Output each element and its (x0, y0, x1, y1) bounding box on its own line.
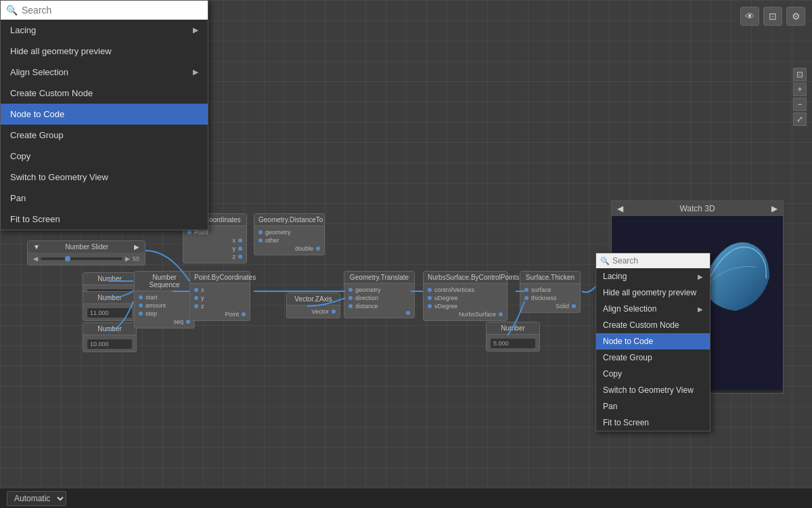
port-dot-geom-in (258, 230, 263, 234)
menu-item-create-custom-node[interactable]: Create Custom Node (1, 83, 208, 104)
number-node-2: Number 11.000 (83, 291, 137, 321)
small-menu-item-hide-geometry[interactable]: Hide all geometry preview (596, 284, 710, 301)
small-menu-item-fit-screen[interactable]: Fit to Screen (596, 415, 710, 431)
menu-item-fit-screen[interactable]: Fit to Screen (1, 209, 208, 230)
small-search-input[interactable] (612, 256, 706, 266)
small-search-box[interactable]: 🔍 (596, 253, 710, 268)
menu-item-create-group[interactable]: Create Group (1, 125, 208, 146)
small-menu-item-switch-geometry[interactable]: Switch to Geometry View (596, 382, 710, 398)
number-node-4-header: Number (487, 322, 539, 335)
point-coords-body: Point x y z (183, 226, 246, 263)
small-menu-item-node-to-code[interactable]: Node to Code (596, 333, 710, 350)
vector-zaxis-body: Vector (287, 305, 340, 318)
number-sequence-node: Number Sequence start amount step seq (134, 271, 195, 329)
port-dot-st-out (572, 304, 576, 308)
top-toolbar: 👁 ⊡ ⚙ (740, 7, 805, 26)
port-dot-ns-out (499, 312, 503, 316)
zoom-controls: ⊡ + − ⤢ (793, 68, 807, 126)
slider-thumb[interactable] (65, 256, 70, 261)
port-dot-gt-dist (348, 304, 353, 308)
port-y-out: y (187, 245, 242, 252)
number-node-3-header: Number (83, 323, 136, 335)
slider-left-arrow[interactable]: ◀ (33, 255, 38, 262)
small-menu-item-create-group[interactable]: Create Group (596, 350, 710, 366)
geometry-translate-body: geometry direction distance (344, 284, 414, 318)
zoom-fit-btn[interactable]: ⊡ (793, 68, 807, 81)
small-menu-item-create-custom-node[interactable]: Create Custom Node (596, 317, 710, 333)
watch3d-header: ◀ Watch 3D ▶ (612, 201, 783, 216)
nurbs-surface-header: NurbsSurface.ByControlPoints (424, 272, 507, 284)
port-step: step (139, 310, 190, 317)
watch3d-title: Watch 3D (679, 204, 715, 213)
status-bar: Automatic (0, 488, 812, 508)
small-menu-item-align-selection[interactable]: Align Selection ▶ (596, 301, 710, 317)
status-dropdown[interactable]: Automatic (7, 491, 66, 506)
port-pbz: z (194, 303, 246, 310)
port-seq-out: seq (139, 318, 190, 325)
small-menu-item-copy[interactable]: Copy (596, 366, 710, 382)
port-dot-gt-out (406, 311, 410, 315)
geometry-distance-body: geometry other double (254, 226, 324, 255)
port-geom-in: geometry (258, 229, 320, 236)
toolbar-preview-btn[interactable]: 👁 (740, 7, 759, 26)
port-ns-v: vDegree (428, 303, 503, 310)
geometry-distance-node: Geometry.DistanceTo geometry other doubl… (254, 213, 325, 255)
small-search-icon: 🔍 (600, 257, 610, 266)
port-dot-z-out (238, 255, 242, 259)
nurbs-surface-body: controlVertices uDegree vDegree NurbsSur… (424, 284, 507, 320)
slider-track[interactable] (41, 257, 122, 260)
port-st-out: Solid (524, 303, 576, 310)
geometry-translate-node: Geometry.Translate geometry direction di… (344, 271, 415, 318)
toolbar-settings-btn[interactable]: ⚙ (786, 7, 805, 26)
menu-item-hide-geometry[interactable]: Hide all geometry preview (1, 41, 208, 62)
point-bycoords-body: x y z Point (190, 284, 250, 320)
vector-zaxis-header: Vector.ZAxis (287, 293, 340, 305)
zoom-in-btn[interactable]: + (793, 83, 807, 96)
menu-item-copy[interactable]: Copy (1, 146, 208, 167)
toolbar-layout-btn[interactable]: ⊡ (763, 7, 782, 26)
port-dot-amount (139, 303, 143, 308)
search-input[interactable] (22, 5, 202, 16)
slider-right-arrow[interactable]: ▶ (125, 255, 130, 262)
port-dot-ns-u (428, 296, 432, 300)
menu-item-switch-geometry[interactable]: Switch to Geometry View (1, 167, 208, 188)
nurbs-surface-node: NurbsSurface.ByControlPoints controlVert… (423, 271, 508, 321)
surface-thicken-node: Surface.Thicken surface thickness Solid (520, 271, 581, 313)
port-dot-other-in (258, 238, 263, 242)
zoom-out-btn[interactable]: − (793, 98, 807, 111)
menu-item-node-to-code[interactable]: Node to Code (1, 104, 208, 125)
port-vector-out: Vector (291, 308, 336, 315)
port-dot-ns-cv (428, 288, 432, 292)
watch3d-expand-btn[interactable]: ▶ (771, 204, 777, 213)
watch3d-collapse-btn[interactable]: ◀ (617, 204, 623, 213)
port-z-out: z (187, 253, 242, 260)
port-st-thick: thickness (524, 295, 576, 301)
slider-collapse[interactable]: ▼ (33, 243, 40, 251)
arrow-align: ▶ (193, 68, 198, 77)
port-dot-point-out (242, 312, 246, 316)
zoom-expand-btn[interactable]: ⤢ (793, 112, 807, 126)
number-node-2-value: 11.000 (87, 308, 132, 318)
point-bycoords-node: Point.ByCoordinates x y z Point (189, 271, 250, 321)
small-context-menu: 🔍 Lacing ▶ Hide all geometry preview Ali… (595, 253, 710, 431)
number-slider-node: ▼ Number Slider ▶ ◀ ▶ 50 (27, 240, 145, 266)
point-bycoords-header: Point.ByCoordinates (190, 272, 250, 284)
number-node-2-header: Number (83, 292, 136, 304)
port-gt-dir: direction (348, 295, 410, 301)
port-dot-ns-v (428, 304, 432, 308)
port-dot-pbx (194, 288, 198, 292)
search-box[interactable]: 🔍 (1, 1, 208, 20)
menu-item-lacing[interactable]: Lacing ▶ (1, 20, 208, 41)
small-menu-item-lacing[interactable]: Lacing ▶ (596, 268, 710, 284)
port-dot-pbz (194, 304, 198, 308)
small-menu-item-pan[interactable]: Pan (596, 398, 710, 415)
number-node-4-value: 5.000 (491, 339, 535, 348)
port-amount: amount (139, 302, 190, 309)
number-sequence-header: Number Sequence (135, 272, 194, 291)
port-dot-start (139, 295, 143, 299)
menu-item-pan[interactable]: Pan (1, 188, 208, 209)
number-node-3-body: 10.000 (83, 335, 136, 352)
slider-expand[interactable]: ▶ (134, 243, 139, 251)
slider-title: Number Slider (65, 243, 108, 251)
menu-item-align-selection[interactable]: Align Selection ▶ (1, 62, 208, 83)
